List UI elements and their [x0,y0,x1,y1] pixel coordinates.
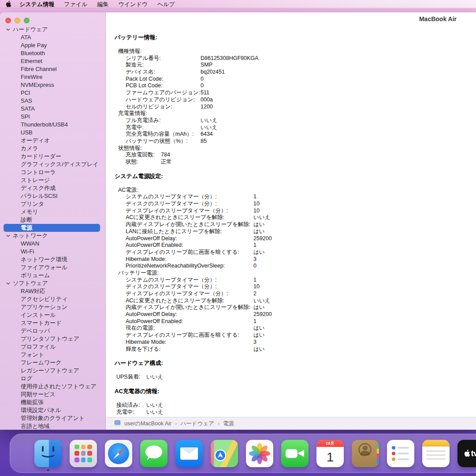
sidebar-item[interactable]: フレームワーク [0,359,105,367]
dock-item-photos[interactable] [246,440,273,467]
breadcrumb-item-1: userのMacBook Air [124,420,171,428]
info-value: いいえ [201,124,217,131]
info-row: ハードウェアのリビジョン:000a [115,97,476,104]
dock-item-apple-tv[interactable]: tv [457,440,476,467]
sidebar-item[interactable]: インストール [0,311,105,319]
dock-item-messages[interactable] [140,440,167,467]
sidebar-item[interactable]: ストレージ [0,176,105,184]
sidebar-item[interactable]: 環境設定パネル [0,406,105,414]
messages-icon [140,440,167,467]
sidebar-item[interactable]: NVMExpress [0,81,105,89]
sidebar-item[interactable]: 同期サービス [0,390,105,398]
sidebar-item[interactable]: メモリ [0,208,105,216]
dock-item-reminders[interactable] [387,440,414,467]
sidebar-item[interactable]: カードリーダー [0,152,105,160]
sidebar-item[interactable]: Apple Pay [0,41,105,49]
menubar-menu-5[interactable]: ヘルプ [152,0,180,8]
close-button[interactable] [5,18,11,23]
sidebar-item[interactable]: SAS [0,97,105,105]
dock-item-launchpad[interactable] [70,440,97,467]
window-controls [5,18,30,23]
sidebar-item[interactable]: コントローラ [0,168,105,176]
sidebar-item[interactable]: SPI [0,113,105,121]
sidebar-item[interactable]: Wi-Fi [0,248,105,256]
menubar-menu-1[interactable]: システム情報 [15,0,59,8]
info-row: LANに接続したときにスリープを解除:はい [115,228,476,235]
info-row: Hibernate Mode:3 [115,256,476,263]
zoom-button[interactable] [24,18,30,23]
dock-item-facetime[interactable] [281,440,309,467]
group-label: 状態情報: [115,145,476,152]
sidebar-item[interactable]: 機能拡張 [0,398,105,406]
sidebar-item[interactable]: プリンタソフトウェア [0,335,105,343]
sidebar-item[interactable]: FireWire [0,73,105,81]
info-row: PrioritizeNetworkReachabilityOverSleep:0 [115,263,476,270]
sidebar-group-software[interactable]: ソフトウェア [0,279,105,287]
info-label: シリアル番号: [126,55,201,62]
sidebar-item[interactable]: Ethernet [0,57,105,65]
sidebar-item[interactable]: デベロッパ [0,327,105,335]
sidebar-item[interactable]: ネットワーク環境 [0,256,105,264]
info-row: ACに変更されたときにスリープを解除:いいえ [115,214,476,221]
sidebar-item[interactable]: アクセシビリティ [0,295,105,303]
info-value: 000a [201,97,213,104]
sidebar-item[interactable]: 言語と地域 [0,422,105,430]
sidebar-item[interactable]: グラフィックス/ディスプレイ [0,160,105,168]
info-label: 輝度を下げる: [126,346,253,353]
dock-item-maps[interactable] [211,440,238,467]
sidebar-item[interactable]: Bluetooth [0,49,105,57]
info-row: 現在の電源:はい [115,325,476,332]
menubar-menu-2[interactable]: ファイル [59,0,92,8]
dock-item-notes[interactable] [422,440,450,467]
info-row: シリアル番号:D86125308HGF90KGA [115,55,476,62]
sidebar-item[interactable]: パラレルSCSI [0,192,105,200]
apple-logo-icon[interactable] [6,0,12,7]
sidebar-item[interactable]: PCI [0,89,105,97]
info-label: Pack Lot Code: [126,76,201,83]
sidebar-item[interactable]: プロファイル [0,343,105,351]
info-row: 完全充電時の容量（mAh）:6434 [115,131,476,138]
info-value: 1200 [201,104,213,111]
sidebar-item[interactable]: ボリューム [0,271,105,279]
sidebar-item[interactable]: ディスク作成 [0,184,105,192]
menubar-menu-3[interactable]: 編集 [92,0,113,8]
sidebar-item[interactable]: 使用停止されたソフトウェア [0,383,105,390]
dock-item-contacts[interactable] [352,440,379,467]
sidebar-item[interactable]: USB [0,129,105,137]
contacts-icon [352,440,379,467]
info-value: 10 [253,208,260,215]
dock-item-finder[interactable] [34,440,62,467]
sidebar-item[interactable]: プリンタ [0,200,105,208]
info-value: はい [253,346,265,353]
sidebar-item[interactable]: WWAN [0,240,105,248]
sidebar-item[interactable]: SATA [0,105,105,113]
sidebar-item[interactable]: ログ [0,375,105,383]
sidebar-item[interactable]: Thunderbolt/USB4 [0,121,105,129]
desktop-screen: システム情報ファイル編集ウインドウヘルプ ハードウェアATAApple PayB… [0,0,476,476]
sidebar-item[interactable]: スマートカード [0,319,105,327]
sidebar-item[interactable]: フォント [0,351,105,359]
sidebar-item[interactable]: 診断 [0,216,105,224]
sidebar-item[interactable]: ATA [0,33,105,41]
minimize-button[interactable] [15,18,20,23]
sidebar-list: ハードウェアATAApple PayBluetoothEthernetFibre… [0,26,105,430]
info-value: 3 [253,339,257,346]
sidebar-item[interactable]: Fibre Channel [0,65,105,73]
sidebar-item[interactable]: オーディオ [0,137,105,145]
sidebar-group-network[interactable]: ネットワーク [0,232,105,240]
sidebar-item[interactable]: ファイアウォール [0,264,105,271]
dock-item-calendar[interactable]: 10月1 [316,440,344,467]
sidebar-item[interactable]: RAW対応 [0,287,105,295]
sidebar-item-selected[interactable]: 電源 [4,224,100,232]
sidebar-group-hardware[interactable]: ハードウェア [0,26,105,33]
appletv-icon: tv [457,440,476,467]
sidebar-item[interactable]: アプリケーション [0,303,105,311]
sidebar-item[interactable]: カメラ [0,145,105,152]
dock-item-safari[interactable] [105,440,132,467]
info-value: 6434 [201,131,213,138]
sidebar-item[interactable]: 管理対象のクライアント [0,414,105,422]
sidebar-item[interactable]: レガシーソフトウェア [0,367,105,375]
dock-item-mail[interactable] [175,440,203,467]
info-label: 内蔵ディスプレイが開いたときにスリープを解除: [126,304,253,311]
menubar-menu-4[interactable]: ウインドウ [113,0,152,8]
